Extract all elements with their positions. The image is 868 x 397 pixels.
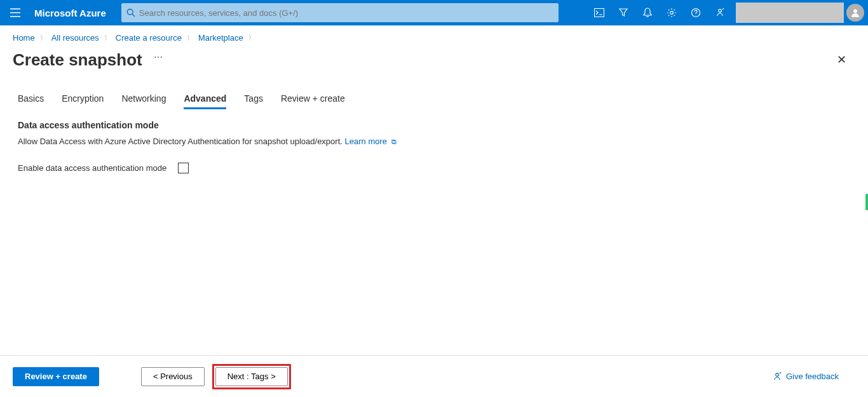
svg-point-5 bbox=[719, 10, 722, 13]
tab-content: Data access authentication mode Allow Da… bbox=[0, 109, 868, 185]
feedback-person-icon bbox=[772, 372, 782, 382]
account-info-box[interactable] bbox=[736, 3, 844, 23]
avatar[interactable] bbox=[846, 4, 864, 22]
directories-button[interactable] bbox=[611, 0, 635, 25]
next-button[interactable]: Next : Tags > bbox=[215, 367, 288, 386]
page-title: Create snapshot bbox=[13, 50, 142, 70]
filter-icon bbox=[618, 8, 628, 18]
hamburger-menu-button[interactable] bbox=[3, 0, 28, 25]
breadcrumb-home[interactable]: Home bbox=[13, 33, 35, 43]
tab-encryption[interactable]: Encryption bbox=[62, 93, 104, 109]
hamburger-icon bbox=[10, 8, 20, 17]
learn-more-label: Learn more bbox=[345, 137, 387, 146]
section-description-row: Allow Data Access with Azure Active Dire… bbox=[18, 137, 850, 146]
chevron-right-icon: 〉 bbox=[104, 34, 111, 43]
tabs: Basics Encryption Networking Advanced Ta… bbox=[0, 71, 868, 109]
give-feedback-label: Give feedback bbox=[786, 372, 839, 381]
chevron-right-icon: 〉 bbox=[40, 34, 46, 43]
close-button[interactable]: ✕ bbox=[831, 49, 853, 71]
svg-point-3 bbox=[670, 11, 674, 15]
section-heading: Data access authentication mode bbox=[18, 120, 850, 130]
chevron-right-icon: 〉 bbox=[187, 34, 193, 43]
bell-icon bbox=[643, 8, 652, 18]
topbar-icons bbox=[587, 0, 864, 25]
svg-line-1 bbox=[132, 14, 135, 17]
previous-button[interactable]: < Previous bbox=[141, 367, 205, 386]
tab-advanced[interactable]: Advanced bbox=[184, 93, 226, 109]
give-feedback-link[interactable]: Give feedback bbox=[772, 372, 839, 382]
tab-tags[interactable]: Tags bbox=[244, 93, 263, 109]
page-header: Create snapshot ⋯ ✕ bbox=[0, 45, 868, 71]
cloud-shell-icon bbox=[594, 8, 604, 17]
svg-point-6 bbox=[853, 10, 857, 13]
top-nav-bar: Microsoft Azure bbox=[0, 0, 868, 25]
search-input[interactable] bbox=[135, 8, 553, 18]
section-description: Allow Data Access with Azure Active Dire… bbox=[18, 137, 342, 146]
review-create-button[interactable]: Review + create bbox=[13, 367, 99, 386]
tab-review-create[interactable]: Review + create bbox=[281, 93, 345, 109]
feedback-button[interactable] bbox=[708, 0, 732, 25]
notifications-button[interactable] bbox=[635, 0, 660, 25]
avatar-icon bbox=[850, 7, 861, 18]
breadcrumb-all-resources[interactable]: All resources bbox=[51, 33, 99, 43]
chevron-right-icon: 〉 bbox=[248, 34, 255, 43]
feedback-person-icon bbox=[715, 8, 725, 18]
wizard-footer: Review + create < Previous Next : Tags >… bbox=[0, 355, 868, 397]
cloud-shell-button[interactable] bbox=[587, 0, 611, 25]
breadcrumb: Home 〉 All resources 〉 Create a resource… bbox=[0, 25, 868, 45]
search-icon bbox=[126, 8, 135, 17]
help-icon bbox=[691, 8, 701, 18]
svg-rect-2 bbox=[595, 9, 604, 17]
learn-more-link[interactable]: Learn more ⧉ bbox=[345, 137, 397, 146]
enable-data-access-checkbox[interactable] bbox=[178, 163, 189, 173]
global-search-box[interactable] bbox=[121, 3, 559, 22]
breadcrumb-create-resource[interactable]: Create a resource bbox=[116, 33, 182, 43]
breadcrumb-marketplace[interactable]: Marketplace bbox=[198, 33, 243, 43]
more-actions-button[interactable]: ⋯ bbox=[154, 52, 163, 62]
side-accent bbox=[865, 194, 868, 210]
gear-icon bbox=[667, 8, 677, 18]
svg-point-0 bbox=[127, 9, 133, 15]
svg-point-7 bbox=[776, 373, 779, 376]
tab-basics[interactable]: Basics bbox=[18, 93, 44, 109]
highlighted-next-box: Next : Tags > bbox=[212, 364, 291, 389]
external-link-icon: ⧉ bbox=[391, 138, 397, 145]
brand-label[interactable]: Microsoft Azure bbox=[34, 8, 106, 18]
tab-networking[interactable]: Networking bbox=[121, 93, 166, 109]
checkbox-label: Enable data access authentication mode bbox=[18, 163, 178, 173]
checkbox-row: Enable data access authentication mode bbox=[18, 163, 850, 173]
settings-button[interactable] bbox=[660, 0, 684, 25]
help-button[interactable] bbox=[684, 0, 708, 25]
